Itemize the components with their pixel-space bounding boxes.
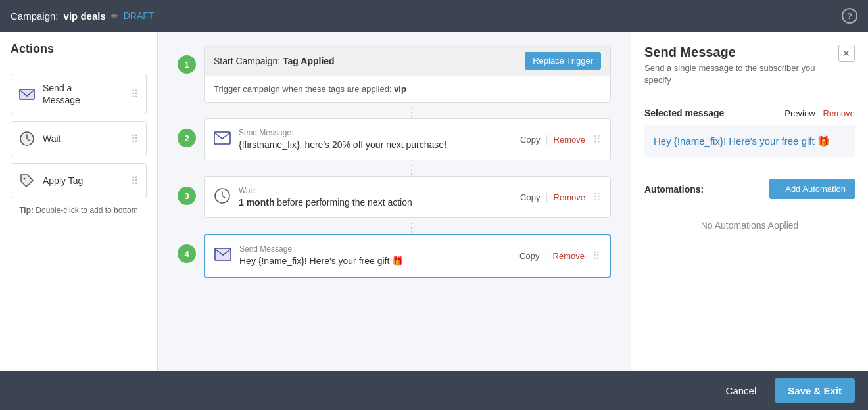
cancel-button[interactable]: Cancel	[715, 380, 767, 401]
svg-point-4	[24, 178, 26, 180]
campaign-label: Campaign:	[11, 11, 59, 22]
step-3-remove-button[interactable]: Remove	[554, 193, 585, 202]
step-card-3[interactable]: Wait: 1 month before performing the next…	[204, 176, 611, 218]
edit-icon[interactable]: ✏	[111, 11, 118, 21]
step-card-2[interactable]: Send Message: {!firstname_fix}, here's 2…	[204, 118, 611, 160]
trigger-body: Trigger campaign when these tags are app…	[205, 76, 610, 102]
action-item-wait[interactable]: Wait ⠿	[11, 121, 147, 156]
step-3-title-rest: before performing the next action	[277, 197, 412, 208]
step-3-actions: Copy | Remove ⠿	[520, 191, 601, 204]
campaign-name: vip deals	[64, 11, 106, 22]
actions-panel: Actions Send aMessage ⠿	[0, 32, 158, 371]
step-row-2: 2 Send Message: {!firstname_fix}, here's…	[178, 118, 611, 163]
trigger-label-strong: Tag Applied	[283, 56, 335, 66]
step-card-3-text: Wait: 1 month before performing the next…	[239, 186, 512, 208]
svg-rect-0	[20, 89, 34, 99]
drag-handle-send-message[interactable]: ⠿	[131, 88, 139, 101]
connector-3-4: ⋮	[212, 221, 611, 234]
save-exit-button[interactable]: Save & Exit	[775, 378, 855, 403]
apply-tag-label: Apply Tag	[43, 175, 83, 187]
step-2-copy-button[interactable]: Copy	[520, 135, 540, 145]
selected-message-actions: Preview Remove	[784, 108, 855, 118]
drag-handle-wait[interactable]: ⠿	[131, 133, 139, 145]
automations-label: Automations:	[644, 184, 704, 194]
tip-bold: Tip:	[19, 206, 34, 215]
selected-message-section: Selected message Preview Remove Hey {!na…	[644, 108, 855, 157]
help-icon[interactable]: ?	[842, 8, 857, 24]
step-card-4-inner: Send Message: Hey {!name_fix}! Here's yo…	[205, 235, 610, 276]
actions-divider	[11, 64, 147, 64]
wait-label: Wait	[43, 133, 60, 145]
right-divider-1	[644, 97, 855, 97]
step-4-copy-button[interactable]: Copy	[519, 251, 539, 261]
trigger-title: Start Campaign: Tag Applied	[214, 56, 335, 66]
svg-rect-5	[214, 132, 230, 144]
automations-section: Automations: + Add Automation No Automat…	[644, 179, 855, 244]
step-3-wait-icon	[214, 187, 231, 207]
action-item-send-message[interactable]: Send aMessage ⠿	[11, 74, 147, 114]
trigger-body-text: Trigger campaign when these tags are app…	[214, 84, 392, 94]
drag-handle-apply-tag[interactable]: ⠿	[131, 175, 139, 187]
step-4-remove-button[interactable]: Remove	[553, 251, 585, 261]
trigger-header: Start Campaign: Tag Applied Replace Trig…	[205, 45, 610, 76]
step-4-title: Hey {!name_fix}! Here's your free gift 🎁	[239, 255, 512, 267]
right-panel: Send Message Send a single message to th…	[631, 32, 868, 371]
action-item-apply-tag[interactable]: Apply Tag ⠿	[11, 163, 147, 198]
right-panel-header: Send Message Send a single message to th…	[644, 45, 855, 86]
actions-title: Actions	[11, 42, 147, 56]
step-4-actions: Copy | Remove ⠿	[519, 250, 600, 262]
trigger-card[interactable]: Start Campaign: Tag Applied Replace Trig…	[204, 45, 611, 102]
step-row-3: 3 Wait: 1 month before performing the ne…	[178, 176, 611, 221]
step-2-envelope-icon	[214, 131, 231, 147]
step-card-4[interactable]: Send Message: Hey {!name_fix}! Here's yo…	[204, 234, 611, 277]
campaign-canvas: 1 Start Campaign: Tag Applied Replace Tr…	[158, 32, 631, 371]
separator-3: |	[545, 191, 548, 203]
step-number-1: 1	[178, 55, 196, 74]
separator-4: |	[544, 250, 547, 262]
step-row-4: 4 Send Message: Hey {!name_fix}! Here's …	[178, 234, 611, 280]
draft-badge: DRAFT	[124, 11, 155, 21]
step-number-2: 2	[178, 129, 196, 147]
step-card-2-text: Send Message: {!firstname_fix}, here's 2…	[239, 128, 512, 150]
step-2-drag-handle[interactable]: ⠿	[593, 133, 601, 146]
selected-message-header: Selected message Preview Remove	[644, 108, 855, 118]
step-3-title-strong: 1 month	[239, 197, 274, 208]
separator-2: |	[545, 133, 548, 145]
tip-text: Tip: Double-click to add to bottom	[11, 205, 147, 216]
top-bar: Campaign: vip deals ✏ DRAFT ?	[0, 0, 868, 32]
preview-button[interactable]: Preview	[784, 108, 815, 118]
top-bar-left: Campaign: vip deals ✏ DRAFT	[11, 11, 154, 22]
right-panel-title-block: Send Message Send a single message to th…	[644, 45, 838, 86]
step-4-envelope-icon	[214, 248, 231, 263]
svg-rect-7	[215, 248, 231, 260]
step-3-title: 1 month before performing the next actio…	[239, 196, 512, 208]
step-card-3-inner: Wait: 1 month before performing the next…	[205, 177, 610, 217]
main-area: Actions Send aMessage ⠿	[0, 32, 868, 371]
step-3-copy-button[interactable]: Copy	[520, 193, 540, 202]
right-divider-2	[644, 168, 855, 168]
step-3-label: Wait:	[239, 186, 512, 195]
wait-icon	[18, 129, 36, 148]
remove-selected-button[interactable]: Remove	[823, 108, 855, 118]
selected-message-box: Hey {!name_fix}! Here's your free gift 🎁	[644, 125, 855, 157]
right-panel-title: Send Message	[644, 45, 838, 60]
action-item-send-message-left: Send aMessage	[18, 82, 80, 106]
connector-1-2: ⋮	[212, 105, 611, 118]
step-3-drag-handle[interactable]: ⠿	[593, 191, 601, 204]
right-panel-close-button[interactable]: ✕	[838, 45, 855, 62]
automations-header: Automations: + Add Automation	[644, 179, 855, 199]
step-4-label: Send Message:	[239, 244, 512, 254]
selected-message-text: Hey {!name_fix}! Here's your free gift 🎁	[654, 135, 830, 147]
add-automation-button[interactable]: + Add Automation	[769, 179, 855, 199]
tag-icon	[18, 171, 36, 190]
step-4-drag-handle[interactable]: ⠿	[592, 250, 600, 262]
step-card-2-inner: Send Message: {!firstname_fix}, here's 2…	[205, 119, 610, 160]
selected-message-label: Selected message	[644, 108, 724, 118]
connector-2-3: ⋮	[212, 163, 611, 176]
action-item-wait-left: Wait	[18, 129, 60, 148]
step-2-actions: Copy | Remove ⠿	[520, 133, 601, 146]
step-2-remove-button[interactable]: Remove	[554, 135, 585, 145]
replace-trigger-button[interactable]: Replace Trigger	[525, 52, 601, 70]
bottom-bar: Cancel Save & Exit	[0, 371, 868, 410]
step-row-1: 1 Start Campaign: Tag Applied Replace Tr…	[178, 45, 611, 105]
